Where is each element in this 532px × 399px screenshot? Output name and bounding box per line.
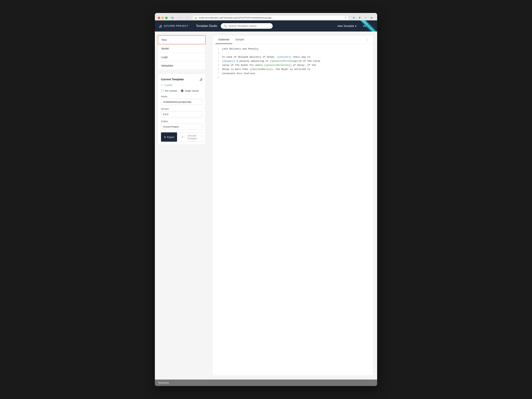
var-maximum-delay: {{maximumDelay}} xyxy=(249,68,273,71)
line-content-7: terminate this Contract. xyxy=(222,72,257,76)
search-input[interactable] xyxy=(228,25,270,27)
sidebar-item-model[interactable]: Model xyxy=(158,44,206,53)
author-label: Author xyxy=(161,120,203,123)
new-tab-button[interactable]: + xyxy=(363,15,368,20)
code-line-1: 1 Late Delivery and Penalty. xyxy=(216,47,370,51)
editor-tabs: Grammar Sample ⋮ xyxy=(212,35,373,44)
name-input[interactable] xyxy=(161,99,203,105)
code-editor[interactable]: 1 Late Delivery and Penalty. 2 3 xyxy=(212,44,373,376)
template-card-title: Current Template xyxy=(161,78,184,81)
editor-area: Grammar Sample ⋮ 1 Late Delivery and Pen… xyxy=(209,32,377,379)
search-bar[interactable]: 🔍 xyxy=(221,23,273,29)
new-template-label: New Template xyxy=(338,25,354,27)
back-button[interactable]: ‹ xyxy=(177,15,183,20)
main-content: Text Model Logic Metadata Current Templa… xyxy=(155,32,377,379)
line-number-8: 8 xyxy=(216,76,219,80)
code-line-2: 2 xyxy=(216,51,370,55)
line-number-6: 6 xyxy=(216,67,219,71)
sidebar: Text Model Logic Metadata Current Templa… xyxy=(155,32,209,379)
editor-menu-button[interactable]: ⋮ xyxy=(364,37,370,42)
brand-logo-area[interactable]: ⊿ ACCORD PROJECT xyxy=(158,24,189,28)
undo-icon: ↺ xyxy=(181,136,183,138)
browser-window: ⊞ ‹ › 🔒 studio.accordproject.org/?templa… xyxy=(155,13,377,386)
share-button[interactable]: ⬆ xyxy=(357,15,362,20)
line-content-1: Late Delivery and Penalty. xyxy=(222,47,260,51)
sidebar-toggle-button[interactable]: ⊞ xyxy=(170,15,175,20)
loaded-label: Loaded xyxy=(164,84,172,86)
editor-tab-actions: ⋮ xyxy=(364,37,370,42)
line-content-2 xyxy=(222,51,224,55)
check-icon: ✓ xyxy=(161,83,163,86)
status-message: No Errors xyxy=(158,381,169,384)
author-input[interactable] xyxy=(161,124,203,130)
export-label: Export xyxy=(167,136,174,138)
status-bar: No Errors xyxy=(155,379,377,386)
sidebar-item-text[interactable]: Text xyxy=(158,35,206,44)
single-clause-label: single clause xyxy=(185,89,199,92)
extensions-button[interactable]: ⧉ xyxy=(369,15,374,20)
sidebar-item-metadata[interactable]: Metadata xyxy=(158,61,206,70)
tab-grammar[interactable]: Grammar xyxy=(215,35,232,44)
full-contract-label: full contract xyxy=(165,89,177,92)
full-contract-radio[interactable] xyxy=(161,89,164,92)
single-clause-radio[interactable] xyxy=(181,89,184,92)
line-number-4: 4 xyxy=(216,59,219,63)
download-button[interactable]: ⬇ xyxy=(351,15,356,20)
browser-actions: ⬇ ⬆ + ⧉ xyxy=(351,15,374,20)
line-content-4: {{buyer}} a penalty amounting to {{penal… xyxy=(222,59,320,63)
close-button[interactable] xyxy=(158,17,160,19)
version-label: Version xyxy=(161,108,203,110)
reload-button[interactable]: ↻ xyxy=(345,17,347,19)
code-line-6: 6 delay is more than {{maximumDelay}}, t… xyxy=(216,67,370,71)
var-penalty-duration: {{penaltyDuration}} xyxy=(264,64,291,66)
code-line-8: 8 xyxy=(216,76,370,80)
browser-chrome: ⊞ ‹ › 🔒 studio.accordproject.org/?templa… xyxy=(155,13,377,20)
card-actions: ⬇ Export ↺ Discard Changes xyxy=(161,132,203,142)
discard-label: Discard Changes xyxy=(184,134,200,140)
line-content-8 xyxy=(222,76,224,80)
lock-icon: 🔒 xyxy=(195,17,197,19)
address-bar[interactable]: 🔒 studio.accordproject.org/?template=ap%… xyxy=(192,15,349,20)
template-card: Current Template ⊿ ✓ Loaded full contrac… xyxy=(158,74,206,145)
code-line-7: 7 terminate this Contract. xyxy=(216,72,370,76)
sidebar-nav: Text Model Logic Metadata xyxy=(158,35,206,70)
app-title: Template Studio xyxy=(196,24,217,28)
full-contract-option[interactable]: full contract xyxy=(161,89,177,92)
line-number-1: 1 xyxy=(216,47,219,51)
author-field-group: Author xyxy=(161,120,203,130)
template-loaded-status: ✓ Loaded xyxy=(161,83,203,86)
accord-logo-icon: ⊿ xyxy=(158,24,162,28)
maximize-button[interactable] xyxy=(165,17,168,19)
code-line-5: 5 value of the Goods for every {{penalty… xyxy=(216,63,370,67)
line-number-7: 7 xyxy=(216,72,219,76)
template-accord-icon: ⊿ xyxy=(199,77,203,82)
navbar: ⊿ ACCORD PROJECT Template Studio 🔍 New T… xyxy=(155,20,377,32)
forward-button[interactable]: › xyxy=(185,15,190,20)
export-button[interactable]: ⬇ Export xyxy=(161,132,177,142)
url-text: studio.accordproject.org/?template=ap%3A… xyxy=(199,17,343,19)
template-card-header: Current Template ⊿ xyxy=(161,77,203,82)
new-template-button[interactable]: New Template ▾ xyxy=(335,23,359,29)
code-line-4: 4 {{buyer}} a penalty amounting to {{pen… xyxy=(216,59,370,63)
code-line-3: 3 In case of delayed delivery of Goods, … xyxy=(216,55,370,59)
chevron-down-icon: ▾ xyxy=(355,25,356,27)
line-content-5: value of the Goods for every {{penaltyDu… xyxy=(222,63,316,67)
version-field-group: Version xyxy=(161,108,203,117)
search-icon: 🔍 xyxy=(224,25,227,27)
var-buyer: {{buyer}} xyxy=(222,60,235,62)
tab-sample[interactable]: Sample xyxy=(232,35,247,44)
minimize-button[interactable] xyxy=(162,17,164,19)
browser-title-bar: ⊞ ‹ › 🔒 studio.accordproject.org/?templa… xyxy=(158,15,374,20)
line-content-3: In case of delayed delivery of Goods, {{… xyxy=(222,55,310,59)
contract-type-row: full contract single clause xyxy=(161,89,203,92)
download-icon: ⬇ xyxy=(164,136,166,138)
sidebar-item-logic[interactable]: Logic xyxy=(158,53,206,61)
discard-button[interactable]: ↺ Discard Changes xyxy=(178,132,203,142)
version-input[interactable] xyxy=(161,111,203,117)
single-clause-option[interactable]: single clause xyxy=(181,89,199,92)
name-field-group: Name xyxy=(161,95,203,105)
line-number-3: 3 xyxy=(216,55,219,59)
editor-panel: Grammar Sample ⋮ 1 Late Delivery and Pen… xyxy=(212,35,374,376)
line-number-2: 2 xyxy=(216,51,219,55)
brand-name: ACCORD PROJECT xyxy=(164,25,189,27)
